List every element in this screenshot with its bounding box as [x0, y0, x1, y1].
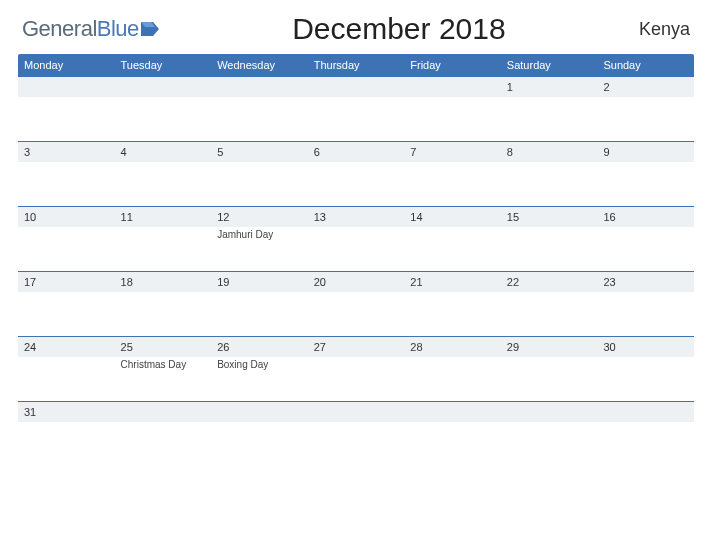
event-cell: [501, 357, 598, 401]
event-cell: [308, 422, 405, 466]
day-header: Wednesday: [211, 54, 308, 76]
week-date-row: 17 18 19 20 21 22 23: [18, 271, 694, 292]
date-cell: [211, 402, 308, 422]
date-cell: [18, 77, 115, 97]
event-cell: Jamhuri Day: [211, 227, 308, 271]
date-cell: 22: [501, 272, 598, 292]
event-cell: [501, 422, 598, 466]
date-cell: [211, 77, 308, 97]
event-cell: [501, 97, 598, 141]
date-cell: 12: [211, 207, 308, 227]
event-cell: [404, 97, 501, 141]
event-cell: [597, 162, 694, 206]
day-header: Friday: [404, 54, 501, 76]
date-cell: 21: [404, 272, 501, 292]
date-cell: 17: [18, 272, 115, 292]
date-cell: 30: [597, 337, 694, 357]
date-cell: [501, 402, 598, 422]
event-cell: [404, 357, 501, 401]
date-cell: [115, 77, 212, 97]
date-cell: 9: [597, 142, 694, 162]
date-cell: 13: [308, 207, 405, 227]
event-cell: [597, 422, 694, 466]
week-date-row: 24 25 26 27 28 29 30: [18, 336, 694, 357]
date-cell: 31: [18, 402, 115, 422]
date-cell: 20: [308, 272, 405, 292]
week-event-row: [18, 422, 694, 466]
event-cell: [18, 292, 115, 336]
logo: GeneralBlue: [22, 16, 159, 42]
event-cell: [18, 227, 115, 271]
week-event-row: Christmas Day Boxing Day: [18, 357, 694, 401]
day-header: Sunday: [597, 54, 694, 76]
event-cell: [18, 162, 115, 206]
date-cell: 19: [211, 272, 308, 292]
date-cell: 29: [501, 337, 598, 357]
day-header: Monday: [18, 54, 115, 76]
week-date-row: 10 11 12 13 14 15 16: [18, 206, 694, 227]
calendar-header: GeneralBlue December 2018 Kenya: [18, 12, 694, 46]
event-cell: [211, 97, 308, 141]
date-cell: 18: [115, 272, 212, 292]
week-event-row: Jamhuri Day: [18, 227, 694, 271]
date-cell: 8: [501, 142, 598, 162]
day-header: Saturday: [501, 54, 598, 76]
logo-text-blue: Blue: [97, 16, 139, 42]
event-cell: [308, 97, 405, 141]
event-cell: [597, 292, 694, 336]
event-cell: [18, 422, 115, 466]
date-cell: 7: [404, 142, 501, 162]
event-cell: [501, 162, 598, 206]
date-cell: [597, 402, 694, 422]
event-cell: [18, 97, 115, 141]
date-cell: 15: [501, 207, 598, 227]
date-cell: 24: [18, 337, 115, 357]
event-cell: [211, 422, 308, 466]
logo-text-general: General: [22, 16, 97, 42]
date-cell: 1: [501, 77, 598, 97]
date-cell: 14: [404, 207, 501, 227]
event-cell: [501, 227, 598, 271]
week-event-row: [18, 292, 694, 336]
event-cell: [115, 97, 212, 141]
event-cell: [501, 292, 598, 336]
event-cell: [308, 292, 405, 336]
date-cell: [308, 77, 405, 97]
calendar-title: December 2018: [159, 12, 639, 46]
event-cell: [115, 292, 212, 336]
date-cell: 16: [597, 207, 694, 227]
day-header: Tuesday: [115, 54, 212, 76]
event-cell: [18, 357, 115, 401]
date-cell: [115, 402, 212, 422]
event-cell: [308, 162, 405, 206]
event-cell: [115, 162, 212, 206]
event-cell: [211, 162, 308, 206]
event-cell: [597, 97, 694, 141]
event-cell: Boxing Day: [211, 357, 308, 401]
country-label: Kenya: [639, 19, 690, 40]
date-cell: 5: [211, 142, 308, 162]
event-cell: Christmas Day: [115, 357, 212, 401]
week-date-row: 1 2: [18, 76, 694, 97]
event-cell: [404, 292, 501, 336]
date-cell: 26: [211, 337, 308, 357]
event-cell: [115, 227, 212, 271]
week-date-row: 3 4 5 6 7 8 9: [18, 141, 694, 162]
date-cell: 23: [597, 272, 694, 292]
date-cell: [404, 402, 501, 422]
date-cell: 6: [308, 142, 405, 162]
event-cell: [308, 357, 405, 401]
event-cell: [597, 357, 694, 401]
date-cell: 27: [308, 337, 405, 357]
event-cell: [404, 162, 501, 206]
date-cell: [308, 402, 405, 422]
event-cell: [115, 422, 212, 466]
date-cell: 4: [115, 142, 212, 162]
event-cell: [404, 227, 501, 271]
event-cell: [404, 422, 501, 466]
date-cell: 2: [597, 77, 694, 97]
date-cell: [404, 77, 501, 97]
calendar-grid: Monday Tuesday Wednesday Thursday Friday…: [18, 54, 694, 466]
event-cell: [211, 292, 308, 336]
day-header-row: Monday Tuesday Wednesday Thursday Friday…: [18, 54, 694, 76]
